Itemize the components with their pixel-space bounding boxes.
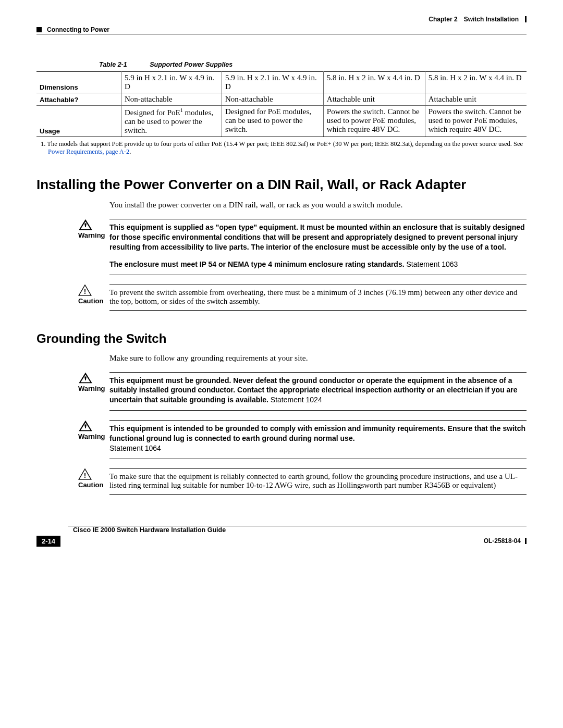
footer-guide-title: Cisco IE 2000 Switch Hardware Installati… bbox=[73, 526, 527, 534]
table-cell: 5.8 in. H x 2 in. W x 4.4 in. D bbox=[425, 72, 527, 93]
warning-text: The enclosure must meet IP 54 or NEMA ty… bbox=[109, 260, 527, 269]
page-footer: Cisco IE 2000 Switch Hardware Installati… bbox=[36, 526, 527, 547]
warning-label: Warning bbox=[78, 231, 105, 239]
chapter-label: Chapter 2 bbox=[429, 16, 457, 23]
caution-icon: ! bbox=[78, 468, 92, 480]
footer-bar-icon bbox=[525, 538, 527, 544]
table-cell: 5.8 in. H x 2 in. W x 4.4 in. D bbox=[323, 72, 425, 93]
page-number-badge: 2-14 bbox=[36, 536, 60, 547]
table-cell: Designed for PoE1 modules, can be used t… bbox=[121, 106, 222, 137]
heading-install-power-converter: Installing the Power Converter on a DIN … bbox=[36, 177, 527, 193]
table-cell: 5.9 in. H x 2.1 in. W x 4.9 in. D bbox=[222, 72, 324, 93]
warning-text: This equipment must be grounded. Never d… bbox=[109, 372, 527, 411]
warning-icon bbox=[78, 420, 93, 431]
header-bar-icon bbox=[525, 16, 527, 22]
table-row: Dimensions 5.9 in H x 2.1 in. W x 4.9 in… bbox=[36, 72, 527, 93]
table-cell: Attachable unit bbox=[323, 93, 425, 106]
caution-icon: ! bbox=[78, 285, 92, 296]
table-cell: Non-attachable bbox=[222, 93, 324, 106]
warning-text: This equipment is supplied as "open type… bbox=[109, 223, 527, 252]
section-breadcrumb: Connecting to Power bbox=[47, 26, 109, 33]
warning-admonition: Warning This equipment must be grounded.… bbox=[36, 372, 527, 411]
footnote-link[interactable]: Power Requirements, page A-2 bbox=[48, 148, 129, 155]
table-cell: Powers the switch. Cannot be used to pow… bbox=[425, 106, 527, 137]
table-caption: Table 2-1 Supported Power Supplies bbox=[99, 61, 527, 68]
table-cell: 5.9 in H x 2.1 in. W x 4.9 in. D bbox=[121, 72, 222, 93]
heading-grounding: Grounding the Switch bbox=[36, 331, 527, 346]
power-supplies-table: Dimensions 5.9 in H x 2.1 in. W x 4.9 in… bbox=[36, 71, 527, 137]
svg-text:!: ! bbox=[84, 472, 87, 479]
page-header: Chapter 2 Switch Installation bbox=[36, 16, 527, 23]
table-row: Usage Designed for PoE1 modules, can be … bbox=[36, 106, 527, 137]
table-cell: Designed for PoE modules, can be used to… bbox=[222, 106, 324, 137]
warning-icon bbox=[78, 372, 93, 384]
row-label: Attachable? bbox=[36, 93, 121, 106]
header-square-icon bbox=[36, 27, 42, 32]
warning-admonition: Warning This equipment is intended to be… bbox=[36, 420, 527, 459]
table-title: Supported Power Supplies bbox=[150, 61, 232, 68]
warning-icon bbox=[78, 219, 93, 230]
table-cell: Attachable unit bbox=[425, 93, 527, 106]
table-row: Attachable? Non-attachable Non-attachabl… bbox=[36, 93, 527, 106]
table-footnote: 1. The models that support PoE provide u… bbox=[48, 140, 527, 156]
caution-text: To make sure that the equipment is relia… bbox=[109, 468, 527, 490]
caution-label: Caution bbox=[78, 481, 103, 489]
svg-text:!: ! bbox=[84, 287, 87, 295]
table-cell: Powers the switch. Cannot be used to pow… bbox=[323, 106, 425, 137]
warning-label: Warning bbox=[78, 385, 105, 392]
warning-text: This equipment is intended to be grounde… bbox=[109, 420, 527, 459]
body-text: Make sure to follow any grounding requir… bbox=[109, 353, 527, 363]
caution-label: Caution bbox=[78, 297, 103, 305]
document-number: OL-25818-04 bbox=[484, 537, 527, 545]
table-number: Table 2-1 bbox=[99, 61, 127, 68]
body-text: You install the power converter on a DIN… bbox=[109, 200, 527, 209]
warning-admonition: Warning This equipment is supplied as "o… bbox=[36, 219, 527, 275]
caution-admonition: ! Caution To prevent the switch assemble… bbox=[36, 285, 527, 306]
caution-admonition: ! Caution To make sure that the equipmen… bbox=[36, 468, 527, 490]
warning-label: Warning bbox=[78, 433, 105, 440]
caution-text: To prevent the switch assemble from over… bbox=[109, 285, 527, 306]
row-label: Dimensions bbox=[36, 72, 121, 93]
chapter-title: Switch Installation bbox=[464, 16, 519, 23]
table-cell: Non-attachable bbox=[121, 93, 222, 106]
row-label: Usage bbox=[36, 106, 121, 137]
